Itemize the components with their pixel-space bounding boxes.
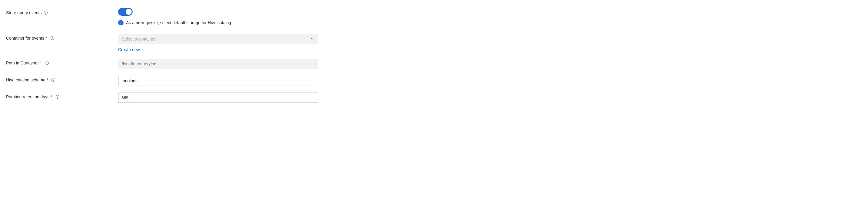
label-container-for-events: Container for events * bbox=[6, 34, 118, 40]
control-container-for-events: Select a container Create new bbox=[118, 34, 318, 52]
label-store-query-events: Store query events bbox=[6, 7, 118, 15]
container-select-placeholder: Select a container bbox=[122, 37, 156, 41]
configuration-form: Store query events i As a prerequisite, … bbox=[6, 7, 448, 103]
store-query-events-toggle[interactable] bbox=[118, 8, 133, 16]
hive-catalog-schema-input[interactable] bbox=[118, 76, 318, 86]
label-text: Hive catalog schema bbox=[6, 77, 45, 82]
control-store-query-events: i As a prerequisite, select default stor… bbox=[118, 7, 318, 25]
info-icon[interactable] bbox=[50, 36, 55, 40]
label-text: Container for events bbox=[6, 36, 44, 40]
prerequisite-info: i As a prerequisite, select default stor… bbox=[118, 20, 318, 25]
required-asterisk: * bbox=[45, 36, 47, 40]
svg-point-1 bbox=[45, 12, 46, 12]
required-asterisk: * bbox=[46, 77, 48, 82]
label-hive-catalog-schema: Hive catalog schema * bbox=[6, 76, 118, 82]
partition-retention-days-input[interactable] bbox=[118, 93, 318, 103]
create-new-link[interactable]: Create new bbox=[118, 47, 140, 52]
control-partition-retention-days bbox=[118, 93, 318, 103]
row-hive-catalog-schema: Hive catalog schema * bbox=[6, 76, 448, 86]
svg-point-13 bbox=[57, 96, 58, 96]
required-asterisk: * bbox=[51, 94, 52, 99]
required-asterisk: * bbox=[40, 61, 41, 65]
toggle-knob bbox=[126, 9, 132, 15]
prerequisite-text: As a prerequisite, select default storag… bbox=[126, 20, 232, 25]
row-store-query-events: Store query events i As a prerequisite, … bbox=[6, 7, 448, 25]
control-path-in-container bbox=[118, 59, 318, 69]
chevron-down-icon bbox=[310, 37, 314, 42]
info-icon[interactable] bbox=[55, 95, 60, 99]
label-path-in-container: Path in Container * bbox=[6, 59, 118, 65]
row-partition-retention-days: Partition retention days * bbox=[6, 93, 448, 103]
svg-point-10 bbox=[53, 79, 54, 79]
info-icon[interactable] bbox=[51, 78, 55, 82]
label-text: Path in Container bbox=[6, 61, 39, 65]
label-text: Partition retention days bbox=[6, 94, 50, 99]
info-icon[interactable] bbox=[43, 10, 48, 15]
info-dot-icon: i bbox=[118, 20, 124, 25]
info-icon[interactable] bbox=[45, 61, 49, 65]
row-path-in-container: Path in Container * bbox=[6, 59, 448, 69]
svg-point-7 bbox=[46, 62, 47, 62]
control-hive-catalog-schema bbox=[118, 76, 318, 86]
row-container-for-events: Container for events * Select a containe… bbox=[6, 34, 448, 52]
path-in-container-input bbox=[118, 59, 318, 69]
container-select[interactable]: Select a container bbox=[118, 34, 318, 44]
label-text: Store query events bbox=[6, 10, 42, 15]
label-partition-retention-days: Partition retention days * bbox=[6, 93, 118, 99]
